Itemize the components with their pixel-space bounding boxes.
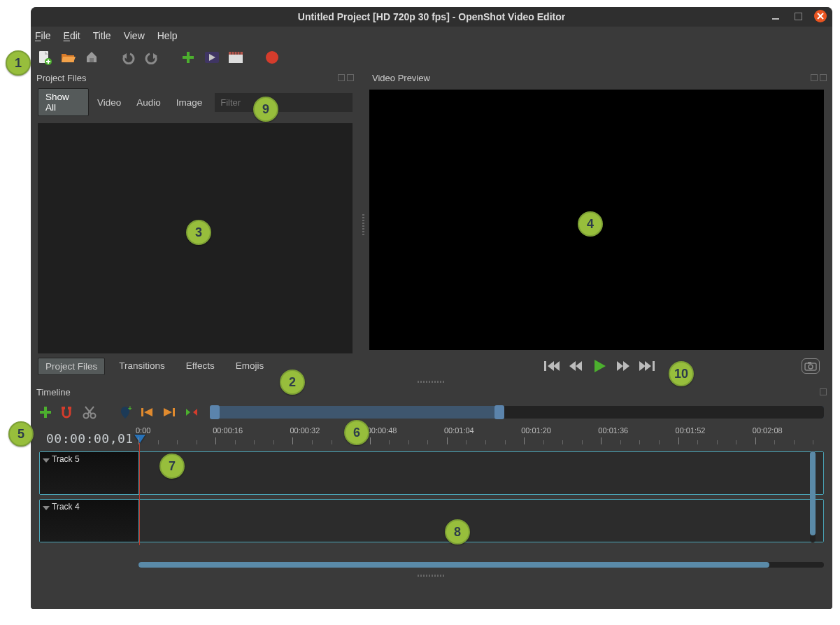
chevron-down-icon[interactable] bbox=[43, 458, 50, 463]
track-row: Track 5 bbox=[39, 451, 824, 495]
svg-point-21 bbox=[809, 365, 813, 369]
horizontal-scrollbar[interactable] bbox=[138, 562, 824, 568]
annotation-7: 7 bbox=[159, 454, 185, 479]
close-panel-icon[interactable] bbox=[347, 74, 354, 81]
tab-effects[interactable]: Effects bbox=[179, 358, 222, 375]
filter-video[interactable]: Video bbox=[90, 94, 128, 111]
menu-title[interactable]: Title bbox=[93, 30, 111, 41]
svg-text:+: + bbox=[128, 405, 131, 412]
menu-help[interactable]: Help bbox=[157, 30, 178, 41]
transport-controls bbox=[366, 353, 832, 379]
playhead-marker-icon[interactable] bbox=[134, 435, 145, 443]
chevron-down-icon[interactable] bbox=[43, 506, 50, 510]
splitter-horizontal[interactable] bbox=[31, 379, 832, 384]
time-display: 00:00:00,01 bbox=[39, 425, 138, 451]
tab-project-files[interactable]: Project Files bbox=[38, 358, 105, 375]
annotation-6: 6 bbox=[344, 420, 369, 445]
menu-edit[interactable]: Edit bbox=[64, 30, 80, 41]
main-toolbar bbox=[31, 45, 832, 70]
svg-point-17 bbox=[266, 51, 278, 64]
annotation-5: 5 bbox=[8, 421, 34, 447]
undock-preview-icon[interactable] bbox=[811, 74, 818, 81]
zoom-slider[interactable] bbox=[211, 406, 824, 419]
svg-rect-32 bbox=[141, 408, 143, 416]
rewind-icon[interactable] bbox=[568, 360, 583, 372]
timeline-ruler[interactable]: 0:0000:00:1600:00:3200:00:4800:01:0400:0… bbox=[138, 425, 824, 451]
annotation-4: 4 bbox=[578, 211, 603, 237]
center-playhead-icon[interactable] bbox=[185, 407, 199, 418]
svg-rect-19 bbox=[653, 361, 655, 371]
track-header[interactable]: Track 4 bbox=[40, 500, 139, 542]
menu-view[interactable]: View bbox=[124, 30, 145, 41]
maximize-button[interactable] bbox=[792, 10, 804, 22]
close-button[interactable] bbox=[814, 10, 827, 22]
export-icon[interactable] bbox=[263, 48, 281, 66]
app-window: Untitled Project [HD 720p 30 fps] - Open… bbox=[31, 7, 832, 609]
menubar: File Edit Title View Help bbox=[31, 27, 832, 45]
svg-rect-25 bbox=[62, 407, 65, 409]
import-files-icon[interactable] bbox=[179, 48, 197, 66]
open-project-icon[interactable] bbox=[59, 48, 77, 66]
jump-end-icon[interactable] bbox=[639, 360, 655, 372]
tab-emojis[interactable]: Emojis bbox=[229, 358, 271, 375]
annotation-1: 1 bbox=[6, 50, 31, 76]
zoom-handle-right[interactable] bbox=[494, 405, 504, 419]
fullscreen-icon[interactable] bbox=[227, 48, 245, 66]
track-row: Track 4 bbox=[39, 499, 824, 542]
tracks-area: Track 5 Track 4 bbox=[39, 451, 824, 556]
snap-icon[interactable] bbox=[60, 405, 74, 419]
fast-forward-icon[interactable] bbox=[615, 360, 631, 372]
svg-rect-33 bbox=[173, 408, 175, 416]
timeline-panel: Timeline + 00:00:00,01 0:0000:00:1600:00… bbox=[31, 384, 832, 609]
filter-image[interactable]: Image bbox=[169, 94, 210, 111]
filter-show-all[interactable]: Show All bbox=[38, 88, 89, 116]
annotation-3: 3 bbox=[186, 220, 211, 245]
previous-marker-icon[interactable] bbox=[140, 407, 154, 418]
save-project-icon[interactable] bbox=[83, 48, 101, 66]
svg-rect-22 bbox=[808, 362, 811, 364]
filter-row: Show All Video Audio Image bbox=[31, 85, 360, 120]
annotation-9: 9 bbox=[253, 97, 278, 122]
menu-file[interactable]: File bbox=[35, 30, 51, 41]
svg-rect-7 bbox=[90, 58, 94, 62]
razor-icon[interactable] bbox=[83, 405, 97, 419]
project-files-title: Project Files bbox=[36, 73, 87, 83]
svg-rect-12 bbox=[229, 52, 243, 55]
track-header[interactable]: Track 5 bbox=[40, 452, 139, 494]
jump-start-icon[interactable] bbox=[544, 360, 560, 372]
undo-icon[interactable] bbox=[119, 48, 137, 66]
play-icon[interactable] bbox=[592, 358, 607, 374]
bottom-grip[interactable] bbox=[31, 573, 832, 578]
zoom-handle-left[interactable] bbox=[210, 405, 220, 419]
splitter-vertical[interactable] bbox=[360, 70, 366, 379]
profile-icon[interactable] bbox=[203, 48, 221, 66]
add-marker-icon[interactable]: + bbox=[119, 405, 131, 419]
annotation-2: 2 bbox=[280, 370, 305, 395]
undock-timeline-icon[interactable] bbox=[820, 388, 827, 395]
track-label: Track 5 bbox=[52, 454, 80, 464]
tab-transitions[interactable]: Transitions bbox=[112, 358, 172, 375]
add-track-icon[interactable] bbox=[39, 406, 52, 419]
annotation-10: 10 bbox=[669, 361, 694, 386]
track-label: Track 4 bbox=[52, 502, 80, 512]
undock-icon[interactable] bbox=[338, 74, 345, 81]
panel-tabs: Project Files Transitions Effects Emojis bbox=[31, 353, 360, 379]
timeline-toolbar: + bbox=[31, 400, 832, 425]
playhead-line[interactable] bbox=[139, 443, 140, 545]
minimize-button[interactable] bbox=[769, 10, 782, 22]
snapshot-icon[interactable] bbox=[802, 358, 820, 374]
panels-row: Project Files Show All Video Audio Image… bbox=[31, 70, 832, 379]
filter-audio[interactable]: Audio bbox=[129, 94, 168, 111]
next-marker-icon[interactable] bbox=[162, 407, 176, 418]
vertical-scrollbar[interactable] bbox=[810, 451, 816, 542]
svg-rect-26 bbox=[68, 407, 71, 409]
track-body[interactable] bbox=[139, 452, 823, 494]
track-body[interactable] bbox=[139, 500, 823, 542]
window-title: Untitled Project [HD 720p 30 fps] - Open… bbox=[298, 11, 565, 22]
filter-input[interactable] bbox=[215, 93, 353, 112]
titlebar: Untitled Project [HD 720p 30 fps] - Open… bbox=[31, 7, 832, 27]
new-project-icon[interactable] bbox=[35, 48, 53, 66]
close-preview-icon[interactable] bbox=[820, 74, 827, 81]
annotation-8: 8 bbox=[445, 519, 470, 545]
redo-icon[interactable] bbox=[143, 48, 161, 66]
